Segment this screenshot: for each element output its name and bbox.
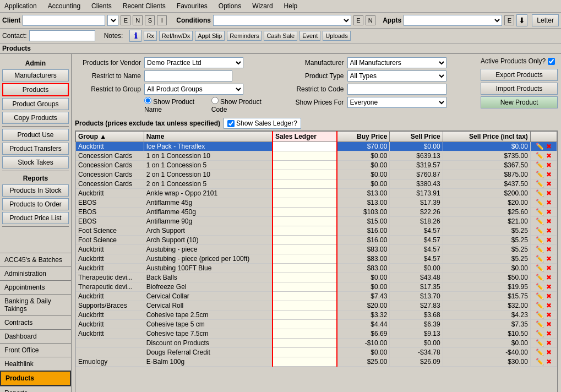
table-row[interactable]: Auckbritt Ankle wrap - Oppo 2101 $13.00 … bbox=[76, 189, 557, 198]
table-row[interactable]: Concession Cards 2 on 1 Concession 5 $0.… bbox=[76, 179, 557, 189]
restrict-group-select[interactable]: All Product Groups bbox=[144, 84, 243, 95]
s-button[interactable]: S bbox=[145, 15, 155, 25]
menu-accounting[interactable]: Accounting bbox=[46, 1, 83, 11]
delete-icon[interactable]: ✖ bbox=[546, 180, 552, 188]
delete-icon[interactable]: ✖ bbox=[546, 349, 552, 356]
table-row[interactable]: EBOS Antiflamme 90g $15.00 $18.26 $21.00… bbox=[76, 217, 557, 226]
nav-healthlink[interactable]: Healthlink bbox=[0, 357, 71, 371]
table-row[interactable]: Dougs Referral Credit $0.00 -$34.78 -$40… bbox=[76, 348, 557, 357]
manufacturer-select[interactable]: All Manufacturers bbox=[347, 57, 446, 68]
delete-icon[interactable]: ✖ bbox=[546, 143, 552, 150]
show-product-code-label[interactable]: Show Product Code bbox=[211, 97, 273, 113]
col-header-sales[interactable]: Sales Ledger bbox=[273, 132, 337, 142]
products-button[interactable]: Products bbox=[2, 83, 69, 96]
edit-icon[interactable]: ✏️ bbox=[536, 199, 544, 206]
active-only-checkbox[interactable] bbox=[548, 58, 555, 65]
nav-reports[interactable]: Reports bbox=[0, 386, 71, 392]
stock-takes-button[interactable]: Stock Takes bbox=[2, 156, 69, 168]
event-button[interactable]: Event bbox=[299, 31, 320, 41]
product-use-button[interactable]: Product Use bbox=[2, 129, 69, 141]
edit-icon[interactable]: ✏️ bbox=[536, 264, 544, 272]
menu-favourites[interactable]: Favourites bbox=[175, 1, 210, 11]
delete-icon[interactable]: ✖ bbox=[546, 302, 552, 309]
table-row[interactable]: Foot Science Arch Support (10) $16.00 $4… bbox=[76, 236, 557, 245]
edit-icon[interactable]: ✏️ bbox=[536, 171, 544, 178]
table-row[interactable]: Auckbritt Cohesive tape 2.5cm $3.32 $3.6… bbox=[76, 311, 557, 320]
vendor-select[interactable]: Demo Practice Ltd bbox=[144, 57, 243, 68]
menu-recent-clients[interactable]: Recent Clients bbox=[121, 1, 168, 11]
delete-icon[interactable]: ✖ bbox=[546, 292, 552, 300]
edit-icon[interactable]: ✏️ bbox=[536, 274, 544, 281]
edit-icon[interactable]: ✏️ bbox=[536, 283, 544, 291]
nav-acc45[interactable]: ACC45's & Batches bbox=[0, 253, 71, 266]
table-row[interactable]: Concession Cards 1 on 1 Concession 5 $0.… bbox=[76, 161, 557, 170]
copy-products-button[interactable]: Copy Products bbox=[2, 112, 69, 124]
table-row[interactable]: EBOS Antiflamme 45g $13.00 $17.39 $20.00… bbox=[76, 198, 557, 208]
edit-icon[interactable]: ✏️ bbox=[536, 339, 544, 347]
export-button[interactable]: Export Products bbox=[481, 69, 558, 81]
nav-front-office[interactable]: Front Office bbox=[0, 343, 71, 357]
reminders-button[interactable]: Reminders bbox=[227, 31, 262, 41]
products-in-stock-button[interactable]: Products In Stock bbox=[2, 184, 69, 197]
nav-banking[interactable]: Banking & Daily Takings bbox=[0, 294, 71, 315]
table-row[interactable]: Therapeutic devi... Biofreeze Gel $0.00 … bbox=[76, 282, 557, 292]
table-row[interactable]: Supports/Braces Cervical Roll $20.00 $27… bbox=[76, 301, 557, 311]
client-input[interactable] bbox=[23, 15, 105, 26]
nav-dashboard[interactable]: Dashboard bbox=[0, 329, 71, 343]
edit-icon[interactable]: ✏️ bbox=[536, 180, 544, 188]
edit-icon[interactable]: ✏️ bbox=[536, 189, 544, 197]
restrict-code-input[interactable] bbox=[347, 84, 446, 95]
restrict-name-input[interactable] bbox=[144, 70, 232, 81]
table-row[interactable]: Auckbritt Austubing - piece $83.00 $4.57… bbox=[76, 245, 557, 254]
table-row[interactable]: Auckbritt Cervical Collar $7.43 $13.70 $… bbox=[76, 292, 557, 301]
table-row[interactable]: EBOS Antiflamme 450g $103.00 $22.26 $25.… bbox=[76, 208, 557, 217]
edit-icon[interactable]: ✏️ bbox=[536, 349, 544, 356]
show-product-name-label[interactable]: Show Product Name bbox=[144, 97, 207, 113]
edit-icon[interactable]: ✏️ bbox=[536, 217, 544, 225]
delete-icon[interactable]: ✖ bbox=[546, 358, 552, 366]
cash-sale-button[interactable]: Cash Sale bbox=[264, 31, 297, 41]
delete-icon[interactable]: ✖ bbox=[546, 339, 552, 347]
uploads-button[interactable]: Uploads bbox=[323, 31, 350, 41]
delete-icon[interactable]: ✖ bbox=[546, 311, 552, 319]
appts-e-button[interactable]: E bbox=[504, 15, 514, 25]
new-product-button[interactable]: New Product bbox=[481, 96, 558, 108]
edit-icon[interactable]: ✏️ bbox=[536, 152, 544, 160]
edit-icon[interactable]: ✏️ bbox=[536, 330, 544, 337]
nav-appointments[interactable]: Appointments bbox=[0, 280, 71, 294]
edit-icon[interactable]: ✏️ bbox=[536, 302, 544, 309]
ref-button[interactable]: Ref/Inv/Dx bbox=[159, 31, 193, 41]
delete-icon[interactable]: ✖ bbox=[546, 255, 552, 263]
menu-clients[interactable]: Clients bbox=[89, 1, 114, 11]
delete-icon[interactable]: ✖ bbox=[546, 283, 552, 291]
delete-icon[interactable]: ✖ bbox=[546, 264, 552, 272]
table-row[interactable]: Concession Cards 2 on 1 Concession 10 $0… bbox=[76, 170, 557, 179]
client-dropdown[interactable]: ▼ bbox=[107, 15, 118, 26]
edit-icon[interactable]: ✏️ bbox=[536, 208, 544, 216]
n-button[interactable]: N bbox=[133, 15, 143, 25]
product-groups-button[interactable]: Product Groups bbox=[2, 98, 69, 110]
col-header-sell-tax[interactable]: Sell Price (incl tax) bbox=[443, 132, 530, 142]
show-sales-checkbox[interactable] bbox=[227, 120, 235, 127]
delete-icon[interactable]: ✖ bbox=[546, 330, 552, 337]
appts-select[interactable] bbox=[404, 15, 502, 26]
letter-button[interactable]: Letter bbox=[532, 14, 559, 26]
table-row[interactable]: Auckbritt Austubing - piece (priced per … bbox=[76, 254, 557, 264]
col-header-group[interactable]: Group ▲ bbox=[76, 132, 144, 142]
show-product-code-radio[interactable] bbox=[211, 97, 219, 104]
delete-icon[interactable]: ✖ bbox=[546, 152, 552, 160]
table-row[interactable]: Auckbritt Ice Pack - Theraflex $70.00 $0… bbox=[76, 142, 557, 151]
edit-icon[interactable]: ✏️ bbox=[536, 311, 544, 319]
menu-wizard[interactable]: Wizard bbox=[250, 1, 275, 11]
product-transfers-button[interactable]: Product Transfers bbox=[2, 143, 69, 155]
col-header-name[interactable]: Name bbox=[144, 132, 273, 142]
edit-icon[interactable]: ✏️ bbox=[536, 292, 544, 300]
appt-slip-button[interactable]: Appt Slip bbox=[195, 31, 225, 41]
table-row[interactable]: Auckbritt Cohesive tape 7.5cm $6.69 $9.1… bbox=[76, 329, 557, 339]
product-price-list-button[interactable]: Product Price List bbox=[2, 212, 69, 224]
col-header-buy[interactable]: Buy Price bbox=[337, 132, 390, 142]
delete-icon[interactable]: ✖ bbox=[546, 208, 552, 216]
edit-icon[interactable]: ✏️ bbox=[536, 246, 544, 253]
conditions-n-button[interactable]: N bbox=[366, 15, 375, 25]
edit-icon[interactable]: ✏️ bbox=[536, 358, 544, 366]
